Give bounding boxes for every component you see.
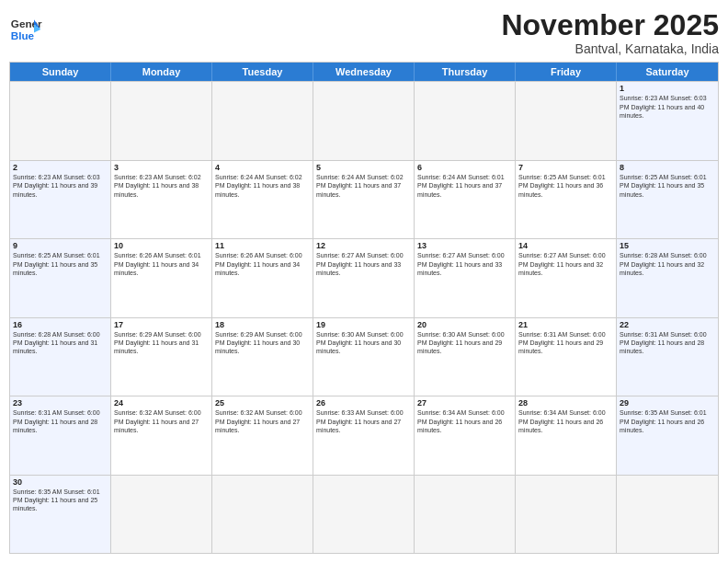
calendar-cell-4-6: 29Sunrise: 6:35 AM Sunset: 6:01 PM Dayli…	[617, 396, 718, 474]
day-number: 9	[13, 241, 108, 250]
calendar-cell-1-3: 5Sunrise: 6:24 AM Sunset: 6:02 PM Daylig…	[313, 161, 415, 238]
calendar-cell-5-6	[617, 476, 718, 553]
calendar-cell-4-2: 25Sunrise: 6:32 AM Sunset: 6:00 PM Dayli…	[212, 396, 313, 474]
calendar-cell-3-4: 20Sunrise: 6:30 AM Sunset: 6:00 PM Dayli…	[415, 318, 516, 396]
calendar: SundayMondayTuesdayWednesdayThursdayFrid…	[9, 62, 719, 554]
day-number: 13	[417, 241, 512, 250]
logo-icon: General Blue	[9, 13, 42, 46]
day-number: 8	[620, 163, 715, 172]
calendar-cell-1-2: 4Sunrise: 6:24 AM Sunset: 6:02 PM Daylig…	[212, 161, 313, 238]
calendar-cell-5-4	[415, 476, 516, 553]
title-block: November 2025 Bantval, Karnataka, India	[501, 9, 719, 56]
day-number: 21	[518, 320, 613, 329]
calendar-cell-1-0: 2Sunrise: 6:23 AM Sunset: 6:03 PM Daylig…	[10, 161, 111, 238]
calendar-cell-2-6: 15Sunrise: 6:28 AM Sunset: 6:00 PM Dayli…	[617, 239, 718, 316]
cell-info: Sunrise: 6:27 AM Sunset: 6:00 PM Dayligh…	[316, 251, 411, 277]
subtitle: Bantval, Karnataka, India	[501, 41, 719, 56]
header-day-saturday: Saturday	[617, 63, 718, 81]
cell-info: Sunrise: 6:34 AM Sunset: 6:00 PM Dayligh…	[417, 408, 512, 434]
header-day-monday: Monday	[111, 63, 212, 81]
cell-info: Sunrise: 6:25 AM Sunset: 6:01 PM Dayligh…	[13, 251, 108, 277]
calendar-cell-4-3: 26Sunrise: 6:33 AM Sunset: 6:00 PM Dayli…	[313, 396, 415, 474]
calendar-cell-1-6: 8Sunrise: 6:25 AM Sunset: 6:01 PM Daylig…	[617, 161, 718, 238]
day-number: 30	[13, 477, 108, 487]
day-number: 22	[620, 320, 715, 329]
calendar-cell-3-0: 16Sunrise: 6:28 AM Sunset: 6:00 PM Dayli…	[10, 318, 111, 396]
logo: General Blue	[9, 13, 42, 46]
day-number: 27	[417, 398, 512, 408]
calendar-cell-4-1: 24Sunrise: 6:32 AM Sunset: 6:00 PM Dayli…	[111, 396, 212, 474]
cell-info: Sunrise: 6:25 AM Sunset: 6:01 PM Dayligh…	[518, 173, 613, 199]
day-number: 6	[417, 163, 512, 172]
header: General Blue November 2025 Bantval, Karn…	[9, 9, 719, 56]
calendar-cell-5-0: 30Sunrise: 6:35 AM Sunset: 6:01 PM Dayli…	[10, 476, 111, 553]
calendar-cell-1-4: 6Sunrise: 6:24 AM Sunset: 6:01 PM Daylig…	[415, 161, 516, 238]
day-number: 23	[13, 398, 108, 408]
cell-info: Sunrise: 6:26 AM Sunset: 6:00 PM Dayligh…	[215, 251, 310, 277]
calendar-cell-1-1: 3Sunrise: 6:23 AM Sunset: 6:02 PM Daylig…	[111, 161, 212, 238]
cell-info: Sunrise: 6:28 AM Sunset: 6:00 PM Dayligh…	[620, 251, 715, 277]
day-number: 2	[13, 163, 108, 172]
header-day-wednesday: Wednesday	[313, 63, 415, 81]
calendar-cell-1-5: 7Sunrise: 6:25 AM Sunset: 6:01 PM Daylig…	[516, 161, 617, 238]
cell-info: Sunrise: 6:25 AM Sunset: 6:01 PM Dayligh…	[620, 173, 715, 199]
cell-info: Sunrise: 6:35 AM Sunset: 6:01 PM Dayligh…	[13, 488, 108, 513]
calendar-row-2: 9Sunrise: 6:25 AM Sunset: 6:01 PM Daylig…	[10, 238, 718, 316]
calendar-cell-2-4: 13Sunrise: 6:27 AM Sunset: 6:00 PM Dayli…	[415, 239, 516, 316]
cell-info: Sunrise: 6:24 AM Sunset: 6:02 PM Dayligh…	[215, 173, 310, 199]
calendar-cell-2-2: 11Sunrise: 6:26 AM Sunset: 6:00 PM Dayli…	[212, 239, 313, 316]
calendar-cell-3-2: 18Sunrise: 6:29 AM Sunset: 6:00 PM Dayli…	[212, 318, 313, 396]
cell-info: Sunrise: 6:27 AM Sunset: 6:00 PM Dayligh…	[518, 251, 613, 277]
calendar-cell-5-1	[111, 476, 212, 553]
calendar-cell-0-1	[111, 82, 212, 159]
cell-info: Sunrise: 6:33 AM Sunset: 6:00 PM Dayligh…	[316, 408, 411, 434]
cell-info: Sunrise: 6:23 AM Sunset: 6:03 PM Dayligh…	[13, 173, 108, 199]
day-number: 29	[620, 398, 715, 408]
cell-info: Sunrise: 6:35 AM Sunset: 6:01 PM Dayligh…	[620, 408, 715, 434]
cell-info: Sunrise: 6:30 AM Sunset: 6:00 PM Dayligh…	[417, 330, 512, 356]
cell-info: Sunrise: 6:24 AM Sunset: 6:02 PM Dayligh…	[316, 173, 411, 199]
cell-info: Sunrise: 6:23 AM Sunset: 6:02 PM Dayligh…	[114, 173, 209, 199]
calendar-header: SundayMondayTuesdayWednesdayThursdayFrid…	[10, 63, 718, 81]
calendar-cell-4-4: 27Sunrise: 6:34 AM Sunset: 6:00 PM Dayli…	[415, 396, 516, 474]
calendar-cell-0-5	[516, 82, 617, 159]
calendar-cell-4-5: 28Sunrise: 6:34 AM Sunset: 6:00 PM Dayli…	[516, 396, 617, 474]
calendar-cell-0-3	[313, 82, 415, 159]
calendar-cell-5-3	[313, 476, 415, 553]
cell-info: Sunrise: 6:26 AM Sunset: 6:01 PM Dayligh…	[114, 251, 209, 277]
calendar-row-1: 2Sunrise: 6:23 AM Sunset: 6:03 PM Daylig…	[10, 160, 718, 238]
header-day-friday: Friday	[516, 63, 617, 81]
cell-info: Sunrise: 6:32 AM Sunset: 6:00 PM Dayligh…	[114, 408, 209, 434]
calendar-cell-5-2	[212, 476, 313, 553]
day-number: 18	[215, 320, 310, 329]
calendar-cell-3-6: 22Sunrise: 6:31 AM Sunset: 6:00 PM Dayli…	[617, 318, 718, 396]
day-number: 11	[215, 241, 310, 250]
calendar-row-5: 30Sunrise: 6:35 AM Sunset: 6:01 PM Dayli…	[10, 475, 718, 553]
calendar-cell-2-1: 10Sunrise: 6:26 AM Sunset: 6:01 PM Dayli…	[111, 239, 212, 316]
calendar-row-4: 23Sunrise: 6:31 AM Sunset: 6:00 PM Dayli…	[10, 396, 718, 474]
cell-info: Sunrise: 6:31 AM Sunset: 6:00 PM Dayligh…	[13, 408, 108, 434]
calendar-cell-2-5: 14Sunrise: 6:27 AM Sunset: 6:00 PM Dayli…	[516, 239, 617, 316]
calendar-cell-2-0: 9Sunrise: 6:25 AM Sunset: 6:01 PM Daylig…	[10, 239, 111, 316]
page: General Blue November 2025 Bantval, Karn…	[0, 0, 728, 563]
header-day-thursday: Thursday	[415, 63, 516, 81]
day-number: 5	[316, 163, 411, 172]
cell-info: Sunrise: 6:29 AM Sunset: 6:00 PM Dayligh…	[114, 330, 209, 356]
svg-text:Blue: Blue	[11, 29, 35, 41]
cell-info: Sunrise: 6:30 AM Sunset: 6:00 PM Dayligh…	[316, 330, 411, 356]
cell-info: Sunrise: 6:31 AM Sunset: 6:00 PM Dayligh…	[518, 330, 613, 356]
calendar-cell-0-6: 1Sunrise: 6:23 AM Sunset: 6:03 PM Daylig…	[617, 82, 718, 159]
calendar-row-3: 16Sunrise: 6:28 AM Sunset: 6:00 PM Dayli…	[10, 317, 718, 396]
calendar-body: 1Sunrise: 6:23 AM Sunset: 6:03 PM Daylig…	[10, 81, 718, 553]
calendar-cell-3-3: 19Sunrise: 6:30 AM Sunset: 6:00 PM Dayli…	[313, 318, 415, 396]
day-number: 14	[518, 241, 613, 250]
calendar-cell-5-5	[516, 476, 617, 553]
day-number: 4	[215, 163, 310, 172]
calendar-cell-0-0	[10, 82, 111, 159]
calendar-cell-3-5: 21Sunrise: 6:31 AM Sunset: 6:00 PM Dayli…	[516, 318, 617, 396]
cell-info: Sunrise: 6:31 AM Sunset: 6:00 PM Dayligh…	[620, 330, 715, 356]
day-number: 26	[316, 398, 411, 408]
cell-info: Sunrise: 6:27 AM Sunset: 6:00 PM Dayligh…	[417, 251, 512, 277]
day-number: 1	[620, 84, 715, 93]
cell-info: Sunrise: 6:24 AM Sunset: 6:01 PM Dayligh…	[417, 173, 512, 199]
